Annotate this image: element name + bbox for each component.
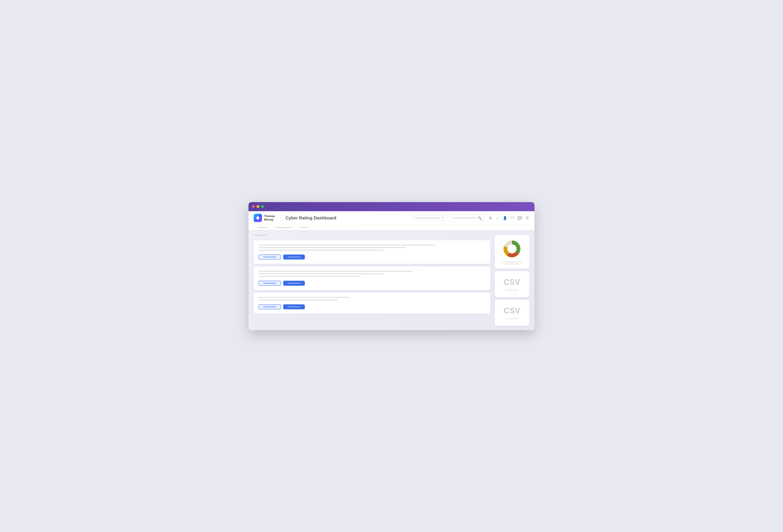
section-label — [254, 235, 267, 236]
header-divider — [280, 215, 280, 221]
titlebar — [249, 202, 534, 211]
chevron-down-icon: ▼ — [442, 217, 444, 219]
search-icon: 🔍 — [477, 216, 482, 220]
csv-file-label-line — [505, 290, 519, 290]
view-details-button[interactable] — [258, 281, 281, 286]
search-placeholder-line — [453, 218, 476, 218]
view-details-button[interactable] — [258, 254, 281, 259]
button-label-line — [287, 307, 301, 307]
content-area: CSV CSV — [249, 230, 534, 330]
button-label-line — [287, 257, 301, 257]
view-details-button[interactable] — [258, 304, 281, 309]
maximize-dot[interactable] — [261, 205, 264, 208]
content-line — [258, 245, 436, 245]
download-button[interactable] — [283, 281, 305, 286]
minimize-dot[interactable] — [256, 205, 259, 208]
download-button[interactable] — [283, 254, 305, 259]
content-line — [258, 273, 383, 274]
card-content-lines — [258, 297, 486, 301]
user-icon[interactable]: 👤 — [503, 216, 507, 220]
button-label-line — [263, 283, 276, 284]
header-search[interactable]: 🔍 — [450, 214, 485, 222]
list-item — [254, 293, 490, 314]
csv-label: CSV — [503, 278, 520, 287]
csv-label-2: CSV — [503, 306, 520, 315]
svg-point-0 — [257, 217, 259, 219]
content-line — [258, 271, 413, 272]
list-item — [254, 267, 490, 290]
chat-icon[interactable]: 💬 — [518, 216, 522, 220]
content-line — [258, 300, 338, 301]
content-line — [258, 297, 349, 298]
download-button[interactable] — [283, 304, 305, 309]
grid-icon[interactable]: ⊞ — [488, 216, 493, 220]
card-actions — [258, 304, 486, 309]
button-label-line — [263, 257, 276, 257]
dropdown-placeholder-line — [415, 218, 440, 218]
card-content-lines — [258, 245, 486, 251]
csv-card-1: CSV — [495, 271, 529, 297]
card-actions — [258, 254, 486, 259]
chart-labels — [499, 262, 525, 264]
content-line — [258, 247, 406, 248]
svg-point-5 — [508, 245, 516, 253]
donut-chart — [502, 239, 522, 259]
tab-2[interactable] — [272, 225, 296, 230]
logo-area: Thomas Murray — [254, 214, 275, 222]
list-item — [254, 240, 490, 264]
menu-icon[interactable]: ☰ — [525, 216, 529, 220]
header-icons: ⊞ ⌕ 👤 🛡 💬 ☰ — [488, 216, 529, 220]
shield-icon[interactable]: 🛡 — [510, 216, 514, 220]
app-window: Thomas Murray Cyber Rating Dashboard ▼ 🔍… — [249, 202, 534, 330]
button-label-line — [287, 283, 301, 284]
tab-3[interactable] — [296, 225, 312, 230]
csv-file-label-line-2 — [505, 318, 519, 319]
csv-card-2: CSV — [495, 300, 529, 326]
donut-chart-card — [495, 235, 529, 269]
brand-name: Thomas Murray — [264, 214, 275, 221]
card-actions — [258, 281, 486, 286]
search-icon-nav[interactable]: ⌕ — [496, 216, 500, 220]
content-line — [258, 250, 383, 251]
sidebar-cards: CSV CSV — [495, 235, 529, 326]
brand-logo-icon — [254, 214, 262, 222]
header: Thomas Murray Cyber Rating Dashboard ▼ 🔍… — [249, 211, 534, 225]
card-content-lines — [258, 271, 486, 277]
header-dropdown[interactable]: ▼ — [412, 215, 446, 221]
page-title: Cyber Rating Dashboard — [286, 216, 336, 220]
button-label-line — [263, 307, 276, 307]
tab-1[interactable] — [254, 225, 272, 230]
chart-label-line — [502, 262, 522, 262]
chart-label-line — [504, 263, 520, 264]
close-dot[interactable] — [252, 205, 255, 208]
content-line — [258, 276, 361, 277]
main-list — [254, 235, 490, 326]
nav-tabs — [249, 225, 534, 230]
